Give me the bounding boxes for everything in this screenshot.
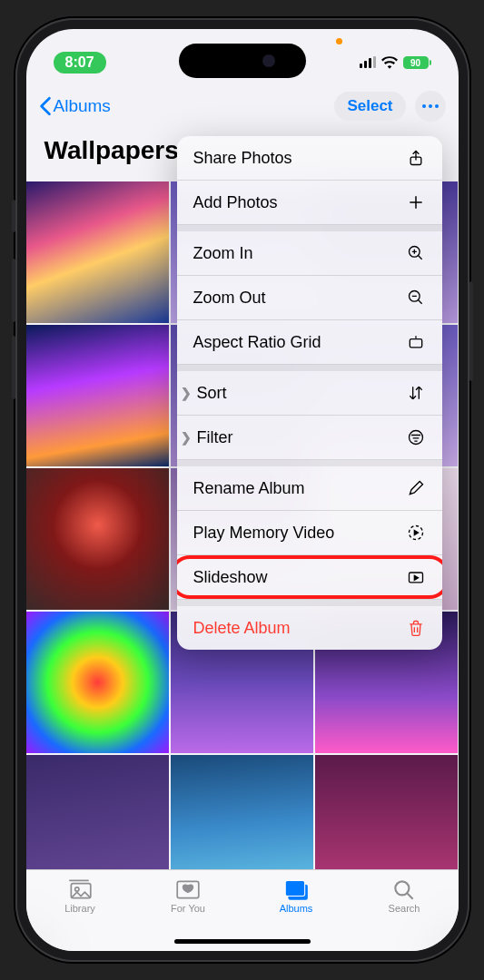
menu-sort[interactable]: ❯ Sort <box>177 365 442 416</box>
menu-rename-album[interactable]: Rename Album <box>177 460 442 511</box>
svg-point-2 <box>435 104 439 108</box>
back-label: Albums <box>54 96 111 116</box>
photo-thumbnail[interactable] <box>26 612 169 753</box>
dynamic-island <box>179 44 306 78</box>
albums-icon <box>282 877 310 901</box>
tab-search[interactable]: Search <box>351 877 459 914</box>
album-title: Wallpapers <box>44 136 179 165</box>
for-you-icon <box>174 877 202 901</box>
battery-icon: 90 <box>403 56 431 69</box>
photo-thumbnail[interactable] <box>26 755 169 869</box>
nav-bar: Albums Select <box>26 83 459 129</box>
aspect-ratio-icon <box>406 332 426 352</box>
screen: 8:07 90 Albums Select <box>26 29 459 951</box>
menu-zoom-in[interactable]: Zoom In <box>177 225 442 276</box>
chevron-right-icon: ❯ <box>181 430 192 445</box>
tab-library[interactable]: Library <box>26 877 134 914</box>
photo-thumbnail[interactable] <box>315 755 458 869</box>
menu-delete-album[interactable]: Delete Album <box>177 600 442 650</box>
memory-icon <box>406 523 426 543</box>
ellipsis-icon <box>421 103 440 109</box>
library-icon <box>66 877 94 901</box>
svg-point-7 <box>409 431 422 445</box>
svg-rect-6 <box>410 339 421 348</box>
photo-thumbnail[interactable] <box>171 755 313 869</box>
trash-icon <box>406 618 426 638</box>
volume-down-button <box>12 336 15 399</box>
zoom-in-icon <box>406 243 426 263</box>
volume-up-button <box>12 259 15 322</box>
pencil-icon <box>406 478 426 498</box>
slideshow-icon <box>406 567 426 587</box>
plus-icon <box>406 192 426 212</box>
more-button[interactable] <box>415 91 446 122</box>
cellular-icon <box>360 57 376 68</box>
menu-aspect-ratio[interactable]: Aspect Ratio Grid <box>177 320 442 365</box>
status-time: 8:07 <box>54 52 106 74</box>
search-icon <box>390 877 418 901</box>
photo-thumbnail[interactable] <box>26 181 169 323</box>
mute-switch <box>12 200 15 232</box>
filter-icon <box>406 427 426 447</box>
photo-thumbnail[interactable] <box>26 325 169 466</box>
sort-icon <box>406 383 426 403</box>
wifi-icon <box>381 56 398 69</box>
svg-point-1 <box>429 104 432 108</box>
svg-rect-14 <box>285 880 304 896</box>
menu-add-photos[interactable]: Add Photos <box>177 181 442 225</box>
svg-point-0 <box>422 104 426 108</box>
power-button <box>469 281 473 381</box>
select-button[interactable]: Select <box>334 92 405 121</box>
chevron-right-icon: ❯ <box>181 386 192 400</box>
share-icon <box>406 148 426 168</box>
svg-point-11 <box>75 887 79 891</box>
context-menu: Share Photos Add Photos Zoom In Zoom Out… <box>177 136 442 650</box>
zoom-out-icon <box>406 288 426 308</box>
status-right: 90 <box>360 56 431 69</box>
menu-zoom-out[interactable]: Zoom Out <box>177 276 442 320</box>
svg-point-15 <box>395 881 409 895</box>
tab-albums[interactable]: Albums <box>242 877 351 914</box>
back-button[interactable]: Albums <box>39 96 111 116</box>
menu-filter[interactable]: ❯ Filter <box>177 416 442 460</box>
tab-for-you[interactable]: For You <box>134 877 242 914</box>
chevron-left-icon <box>39 96 52 116</box>
menu-play-memory[interactable]: Play Memory Video <box>177 511 442 555</box>
photo-thumbnail[interactable] <box>26 468 169 610</box>
menu-share-photos[interactable]: Share Photos <box>177 136 442 181</box>
menu-slideshow[interactable]: Slideshow <box>177 555 442 600</box>
phone-frame: 8:07 90 Albums Select <box>15 18 469 962</box>
home-indicator[interactable] <box>174 939 311 944</box>
